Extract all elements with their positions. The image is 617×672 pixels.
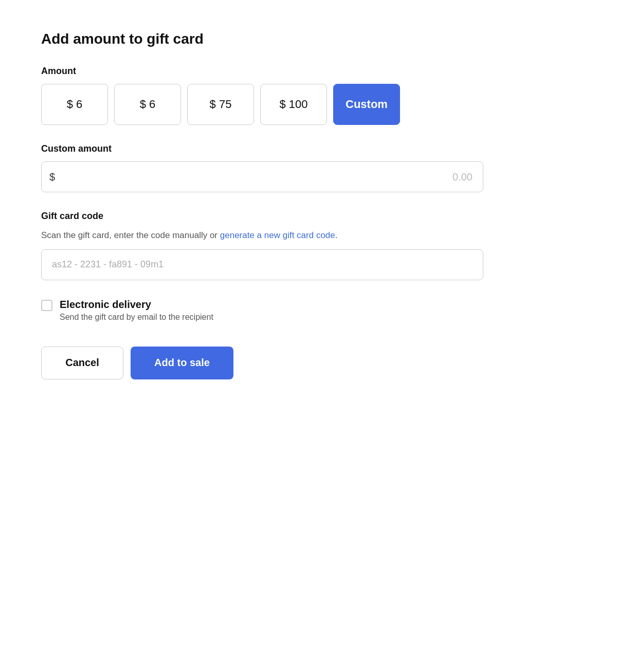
custom-amount-section: Custom amount $: [41, 143, 576, 192]
amount-section: Amount $ 6 $ 6 $ 75 $ 100 Custom: [41, 66, 576, 125]
custom-amount-input-wrapper: $: [41, 161, 576, 192]
amount-button-6b[interactable]: $ 6: [114, 84, 181, 125]
electronic-delivery-checkbox-wrapper[interactable]: [41, 300, 52, 313]
cancel-button[interactable]: Cancel: [41, 347, 123, 379]
gift-card-section: Gift card code Scan the gift card, enter…: [41, 211, 576, 280]
amount-label: Amount: [41, 66, 576, 77]
gift-card-code-input[interactable]: [41, 249, 483, 280]
electronic-delivery-checkbox[interactable]: [41, 300, 52, 311]
action-buttons: Cancel Add to sale: [41, 347, 576, 379]
amount-buttons-group: $ 6 $ 6 $ 75 $ 100 Custom: [41, 84, 576, 125]
gift-card-description: Scan the gift card, enter the code manua…: [41, 229, 483, 242]
electronic-delivery-title[interactable]: Electronic delivery: [60, 299, 213, 311]
amount-button-100[interactable]: $ 100: [260, 84, 327, 125]
electronic-delivery-subtitle: Send the gift card by email to the recip…: [60, 313, 213, 322]
gift-card-description-text-start: Scan the gift card, enter the code manua…: [41, 230, 220, 240]
generate-code-link[interactable]: generate a new gift card code: [220, 230, 335, 240]
page-title: Add amount to gift card: [41, 31, 576, 47]
delivery-text-group: Electronic delivery Send the gift card b…: [60, 299, 213, 322]
amount-button-custom[interactable]: Custom: [333, 84, 400, 125]
amount-button-75[interactable]: $ 75: [187, 84, 254, 125]
electronic-delivery-section: Electronic delivery Send the gift card b…: [41, 299, 576, 322]
gift-card-description-text-end: .: [335, 230, 338, 240]
add-to-sale-button[interactable]: Add to sale: [131, 347, 233, 379]
amount-button-6a[interactable]: $ 6: [41, 84, 108, 125]
gift-card-code-label: Gift card code: [41, 211, 576, 222]
custom-amount-input[interactable]: [41, 161, 483, 192]
custom-amount-label: Custom amount: [41, 143, 576, 154]
